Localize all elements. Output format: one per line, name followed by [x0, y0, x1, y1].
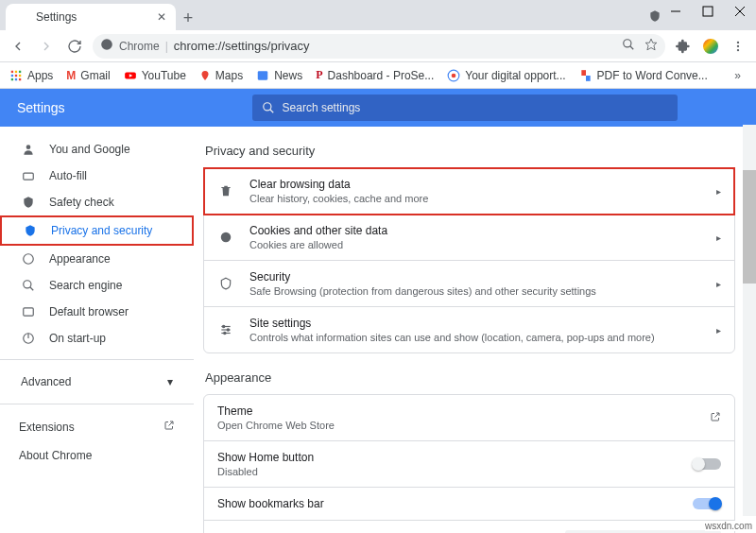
svg-line-28: [269, 110, 273, 113]
svg-rect-17: [11, 77, 13, 79]
scrollbar[interactable]: [743, 125, 756, 516]
zoom-icon[interactable]: [622, 38, 635, 54]
tab-settings[interactable]: Settings ✕: [6, 4, 176, 30]
svg-rect-15: [15, 74, 17, 76]
svg-point-4: [101, 39, 112, 50]
row-font-size: Font size Medium (Recommended)▾: [204, 521, 734, 533]
bookmark-digital[interactable]: Your digital opport...: [447, 69, 565, 82]
tune-icon: [217, 323, 234, 336]
sidebar-item-startup[interactable]: On start-up: [0, 325, 194, 352]
sidebar-item-you-google[interactable]: You and Google: [0, 136, 194, 163]
settings-gear-icon: [15, 9, 28, 26]
svg-rect-26: [586, 76, 591, 81]
row-cookies[interactable]: Cookies and other site dataCookies are a…: [204, 215, 734, 261]
appearance-card: ThemeOpen Chrome Web Store Show Home but…: [203, 394, 735, 533]
chevron-right-icon: ▸: [716, 186, 721, 197]
svg-point-10: [737, 48, 739, 50]
svg-point-43: [224, 332, 226, 334]
svg-rect-11: [11, 70, 13, 72]
svg-rect-12: [15, 70, 17, 72]
security-icon: [217, 277, 234, 290]
tab-title: Settings: [36, 10, 77, 24]
url-prefix: Chrome: [119, 40, 160, 53]
section-title-privacy: Privacy and security: [205, 144, 735, 158]
svg-rect-25: [581, 70, 586, 76]
row-theme[interactable]: ThemeOpen Chrome Web Store: [204, 395, 734, 441]
sidebar-item-search[interactable]: Search engine: [0, 272, 194, 299]
reload-button[interactable]: [64, 36, 85, 57]
trash-icon: [217, 184, 234, 198]
close-window-button[interactable]: [733, 5, 747, 18]
svg-rect-1: [703, 7, 713, 16]
settings-title: Settings: [17, 100, 65, 115]
svg-point-27: [263, 103, 270, 111]
privacy-card: Clear browsing dataClear history, cookie…: [203, 167, 735, 353]
menu-button[interactable]: [728, 36, 748, 57]
minimize-button[interactable]: [669, 5, 682, 18]
bookmark-gmail[interactable]: MGmail: [66, 69, 110, 82]
sidebar-about[interactable]: About Chrome: [0, 441, 194, 470]
bookmarks-bar: Apps MGmail YouTube Maps News PDashboard…: [0, 62, 756, 89]
section-title-appearance: Appearance: [205, 370, 735, 385]
svg-point-32: [24, 281, 31, 288]
chevron-down-icon: ▾: [167, 375, 173, 388]
address-bar[interactable]: Chrome | chrome://settings/privacy: [93, 34, 665, 59]
sidebar-advanced[interactable]: Advanced▾: [0, 368, 194, 396]
external-link-icon: [710, 411, 721, 424]
toggle-bookmarks-bar[interactable]: [693, 498, 721, 509]
svg-rect-19: [19, 77, 21, 79]
new-tab-button[interactable]: +: [176, 6, 200, 30]
svg-point-8: [737, 41, 739, 43]
forward-button[interactable]: [36, 36, 57, 57]
bookmark-apps[interactable]: Apps: [9, 69, 53, 82]
sidebar-item-privacy[interactable]: Privacy and security: [2, 217, 192, 244]
sidebar-item-safety[interactable]: Safety check: [0, 189, 194, 215]
power-icon: [21, 332, 36, 345]
bookmark-star-icon[interactable]: [644, 38, 658, 54]
autofill-icon: [21, 169, 36, 182]
sidebar-extensions[interactable]: Extensions: [0, 412, 194, 441]
back-button[interactable]: [8, 36, 28, 57]
sidebar-item-appearance[interactable]: Appearance: [0, 246, 194, 272]
svg-marker-7: [645, 39, 657, 50]
scrollbar-thumb[interactable]: [743, 170, 756, 284]
row-clear-browsing-data[interactable]: Clear browsing dataClear history, cookie…: [204, 168, 734, 215]
svg-point-5: [624, 40, 631, 47]
bookmark-maps[interactable]: Maps: [199, 69, 243, 82]
row-security[interactable]: SecuritySafe Browsing (protection from d…: [204, 261, 734, 307]
url-text: chrome://settings/privacy: [174, 39, 616, 53]
bookmarks-overflow[interactable]: »: [734, 69, 741, 82]
extensions-button[interactable]: [673, 36, 694, 57]
search-icon: [262, 101, 275, 114]
maximize-button[interactable]: [701, 5, 714, 18]
svg-point-42: [227, 329, 229, 331]
settings-header: Settings Search settings: [0, 89, 756, 127]
profile-avatar[interactable]: [701, 37, 720, 56]
check-icon: [21, 196, 36, 209]
cookie-icon: [217, 231, 234, 244]
bookmark-youtube[interactable]: YouTube: [124, 69, 186, 82]
tab-bar: Settings ✕ +: [0, 0, 756, 30]
svg-point-9: [737, 44, 739, 46]
row-site-settings[interactable]: Site settingsControls what information s…: [204, 307, 734, 352]
sidebar-item-autofill[interactable]: Auto-fill: [0, 163, 194, 189]
sidebar-item-default-browser[interactable]: Default browser: [0, 299, 194, 325]
chevron-right-icon: ▸: [716, 232, 721, 243]
svg-rect-16: [19, 74, 21, 76]
bookmark-news[interactable]: News: [256, 69, 302, 82]
toggle-home-button[interactable]: [693, 458, 721, 470]
search-placeholder: Search settings: [283, 101, 361, 114]
tab-close-button[interactable]: ✕: [157, 10, 166, 24]
external-link-icon: [163, 420, 175, 434]
bookmark-dashboard[interactable]: PDashboard - ProSe...: [316, 68, 434, 82]
shield-icon: [23, 224, 38, 237]
site-info-icon[interactable]: [100, 38, 113, 54]
svg-point-41: [223, 325, 225, 327]
bookmark-pdf[interactable]: PDF to Word Conve...: [579, 69, 708, 82]
row-home-button: Show Home buttonDisabled: [204, 441, 734, 488]
page-shield-icon[interactable]: [648, 9, 662, 26]
svg-point-37: [221, 232, 232, 243]
search-settings-input[interactable]: Search settings: [252, 95, 678, 121]
main-content: Privacy and security Clear browsing data…: [194, 127, 756, 533]
svg-point-24: [452, 73, 456, 77]
